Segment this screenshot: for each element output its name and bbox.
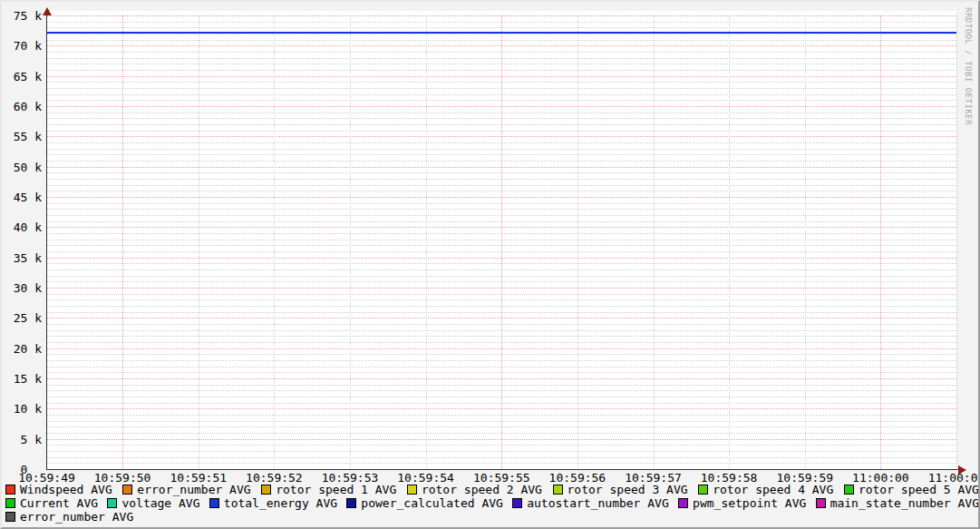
legend-swatch — [698, 485, 708, 495]
y-tick-label: 25 k — [2, 312, 42, 324]
legend-swatch — [407, 485, 417, 495]
legend-swatch — [122, 485, 132, 495]
legend-label: rotor speed 1 AVG — [276, 484, 396, 495]
y-axis — [46, 11, 47, 470]
y-tick-label: 60 k — [2, 101, 42, 113]
legend-row: Windspeed AVGerror_number AVGrotor speed… — [5, 483, 979, 495]
y-tick-label: 65 k — [2, 71, 42, 83]
v-gridline-minor — [729, 15, 730, 469]
legend-item: rotor speed 3 AVG — [553, 484, 688, 495]
y-tick-label: 40 k — [2, 221, 42, 233]
legend-label: rotor speed 5 AVG — [859, 484, 979, 495]
legend-swatch — [844, 485, 854, 495]
legend-label: error_number AVG — [20, 511, 133, 523]
y-tick-label: 30 k — [2, 282, 42, 294]
legend-item: Windspeed AVG — [5, 484, 112, 495]
y-tick-label: 35 k — [2, 252, 42, 264]
legend-swatch — [261, 485, 271, 495]
v-gridline-minor — [350, 15, 351, 469]
legend-label: Current AVG — [20, 497, 98, 509]
legend-swatch — [5, 498, 15, 508]
legend-label: Windspeed AVG — [20, 484, 112, 495]
y-tick-label: 20 k — [2, 343, 42, 355]
v-gridline-major — [880, 15, 881, 469]
y-tick-label: 10 k — [2, 403, 42, 415]
legend-swatch — [553, 485, 563, 495]
series-line-total_energy-avg — [47, 32, 956, 34]
y-tick-label: 70 k — [2, 40, 42, 52]
legend-item: error_number AVG — [122, 484, 250, 495]
v-gridline-major — [122, 15, 123, 469]
legend-swatch — [678, 498, 688, 508]
legend-label: voltage AVG — [121, 497, 199, 509]
v-gridline-minor — [274, 15, 275, 469]
legend-item: Current AVG — [5, 497, 98, 509]
legend-swatch — [816, 498, 826, 508]
y-tick-label: 55 k — [2, 131, 42, 142]
watermark: RRDTOOL / TOBI OETIKER — [964, 7, 973, 515]
v-gridline-minor — [956, 15, 957, 469]
v-gridline-minor — [426, 15, 427, 469]
y-tick-label: 50 k — [2, 162, 42, 173]
legend-item: voltage AVG — [107, 497, 199, 509]
legend-label: rotor speed 3 AVG — [568, 484, 688, 495]
v-gridline-minor — [199, 15, 199, 469]
legend-item: power_calculated AVG — [346, 497, 503, 509]
legend-item: total_energy AVG — [209, 497, 337, 509]
v-gridline-minor — [577, 15, 578, 469]
legend-label: total_energy AVG — [224, 497, 337, 509]
legend-swatch — [5, 485, 15, 495]
legend-swatch — [512, 498, 522, 508]
legend-item: pwm_setpoint AVG — [678, 497, 806, 509]
v-gridline-major — [501, 15, 502, 469]
y-axis-arrow-icon — [43, 7, 52, 15]
v-gridline-minor — [654, 15, 655, 469]
legend-label: pwm_setpoint AVG — [693, 497, 806, 509]
legend-label: rotor speed 4 AVG — [713, 484, 833, 495]
rrdtool-graph: 0 5 k10 k15 k20 k25 k30 k35 k40 k45 k50 … — [0, 0, 980, 529]
legend-item: rotor speed 5 AVG — [844, 484, 979, 495]
legend-swatch — [209, 498, 219, 508]
legend-label: main_state_number AVG — [830, 497, 979, 509]
legend-item: main_state_number AVG — [816, 497, 979, 509]
legend-label: power_calculated AVG — [361, 497, 503, 509]
legend-item: rotor speed 1 AVG — [261, 484, 396, 495]
x-axis — [46, 469, 960, 470]
legend-swatch — [346, 498, 356, 508]
legend-label: rotor speed 2 AVG — [422, 484, 542, 495]
legend-row: error_number AVG — [5, 510, 979, 523]
y-tick-label: 5 k — [2, 434, 42, 446]
y-tick-label: 45 k — [2, 191, 42, 203]
legend-swatch — [107, 498, 117, 508]
legend-item: rotor speed 4 AVG — [698, 484, 833, 495]
legend-item: autostart_number AVG — [512, 497, 669, 509]
legend-row: Current AVGvoltage AVGtotal_energy AVGpo… — [5, 496, 979, 509]
legend-item: rotor speed 2 AVG — [407, 484, 542, 495]
y-tick-label: 15 k — [2, 373, 42, 385]
y-tick-label: 75 k — [2, 10, 42, 22]
legend-label: error_number AVG — [137, 484, 250, 495]
legend-label: autostart_number AVG — [527, 497, 669, 509]
legend-item: error_number AVG — [5, 511, 133, 523]
legend-swatch — [5, 512, 15, 522]
v-gridline-minor — [805, 15, 806, 469]
